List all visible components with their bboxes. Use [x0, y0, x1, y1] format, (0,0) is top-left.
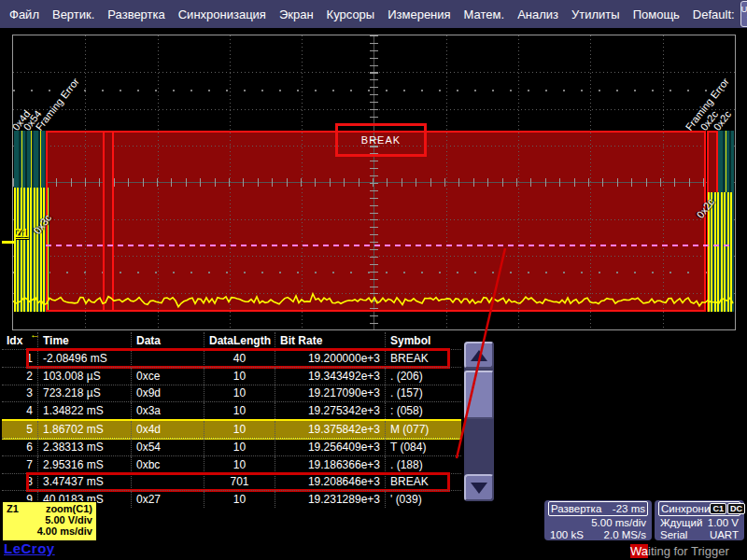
z1-trace-label: Z1	[15, 227, 28, 240]
z1-vdiv-value: 5.00 V/div	[7, 514, 92, 525]
trigger-type: Serial	[660, 529, 687, 540]
cell-symbol: M (077)	[385, 421, 461, 438]
table-row[interactable]: 83.47437 mS70119.208646e+3BREAK	[2, 473, 461, 491]
waveform-display: BREAK 0x4d0x54Framing ErrorFraming Error…	[12, 35, 736, 330]
z1-descriptor-panel[interactable]: Z1 zoom(C1) 5.00 V/div 4.00 ms/div	[2, 501, 97, 541]
cell-symbol: T (084)	[385, 439, 461, 455]
cell-time: 3.47437 mS	[37, 474, 131, 491]
break-annotation-box: BREAK	[335, 123, 427, 157]
cell-len: 10	[204, 456, 275, 473]
default-label: Default:	[693, 7, 735, 21]
column-header-symbol: Symbol	[385, 332, 461, 349]
trigger-title: Синхрони	[661, 503, 710, 514]
column-header-datalength: DataLength	[204, 332, 275, 349]
menu-item-курсоры[interactable]: Курсоры	[327, 7, 375, 21]
table-row[interactable]: 2103.008 µS0xce1019.343492e+3. (206)	[2, 367, 461, 385]
cell-symbol: ' (039)	[385, 491, 461, 508]
status-highlight: Wa	[630, 544, 648, 558]
cell-symbol: . (157)	[385, 385, 461, 402]
menu-item-вертик[interactable]: Вертик.	[52, 7, 94, 21]
table-header-row: IdxTimeDataDataLengthBit RateSymbol	[2, 332, 461, 349]
oscilloscope-screen: ФайлВертик.РазверткаСинхронизацияЭкранКу…	[0, 0, 747, 560]
menu-item-утилиты[interactable]: Утилиты	[571, 7, 620, 21]
cell-data: 0x9d	[131, 385, 204, 402]
cell-idx: 3	[2, 385, 37, 402]
trigger-protocol: UART	[710, 529, 739, 540]
cell-time: 2.38313 mS	[37, 439, 131, 455]
scroll-up-button[interactable]	[464, 342, 494, 369]
menu-item-синхронизация[interactable]: Синхронизация	[178, 7, 266, 21]
cell-data: 0x54	[131, 439, 204, 455]
scroll-down-button[interactable]	[464, 474, 494, 501]
column-header-bit-rate: Bit Rate	[275, 332, 385, 349]
cell-time: 1.86702 mS	[37, 421, 131, 438]
cell-time: 723.218 µS	[37, 385, 131, 402]
table-row[interactable]: 1-2.08496 mS4019.200000e+3BREAK	[2, 349, 461, 367]
undo-button[interactable]: Undo ↶	[740, 1, 747, 27]
table-scrollbar[interactable]	[464, 342, 494, 501]
cell-idx: 7	[2, 456, 37, 473]
cell-idx: 6	[2, 439, 37, 455]
cell-data: 0xbc	[131, 456, 204, 473]
z1-channel-label: Z1	[7, 503, 19, 514]
trigger-panel[interactable]: Синхрони C1 DC Ждущий 1.00 V Serial UART	[655, 500, 744, 540]
cell-idx: 5	[2, 421, 37, 438]
cell-len: 10	[204, 439, 275, 455]
cell-rate: 19.256409e+3	[275, 439, 385, 455]
cell-len: 701	[204, 474, 275, 491]
cell-len: 10	[204, 368, 275, 385]
cell-rate: 19.200000e+3	[275, 350, 385, 367]
table-row[interactable]: 3723.218 µS0x9d1019.217090e+3. (157)	[2, 385, 461, 402]
cell-time: 103.008 µS	[37, 368, 131, 385]
table-row[interactable]: 41.34822 mS0x3a1019.275342e+3: (058)	[2, 401, 461, 419]
menu-item-матем[interactable]: Матем.	[464, 7, 505, 21]
column-header-data: Data	[131, 332, 204, 349]
timebase-tdiv: 5.00 ms/div	[591, 517, 646, 528]
uart-decode-table: IdxTimeDataDataLengthBit RateSymbol 1-2.…	[2, 332, 461, 508]
cell-rate: 19.275342e+3	[275, 402, 385, 419]
menu-item-помощь[interactable]: Помощь	[633, 7, 680, 21]
timebase-rate: 2.0 MS/s	[604, 529, 646, 540]
scrollbar-thumb[interactable]	[464, 371, 494, 419]
menu-item-измерения[interactable]: Измерения	[388, 7, 450, 21]
cell-time: 2.95316 mS	[37, 456, 131, 473]
cell-data: 0x3a	[131, 402, 204, 419]
column-header-time: Time	[37, 332, 131, 349]
cell-len: 10	[204, 402, 275, 419]
cell-idx: 4	[2, 402, 37, 419]
cell-rate: 19.208646e+3	[275, 474, 385, 491]
cell-rate: 19.217090e+3	[275, 385, 385, 402]
cell-idx: 8	[2, 474, 37, 491]
trigger-coupling-badge: DC	[727, 503, 745, 514]
cell-time: 1.34822 mS	[37, 402, 131, 419]
cell-len: 10	[204, 385, 275, 402]
menu-item-развертка[interactable]: Развертка	[107, 7, 164, 21]
decode-annotation-label: Framing Error	[34, 76, 81, 133]
cell-len: 10	[204, 491, 275, 508]
cell-data	[131, 474, 204, 491]
cell-symbol: : (058)	[385, 402, 461, 419]
timebase-panel[interactable]: Развертка -23 ms 5.00 ms/div 100 kS 2.0 …	[544, 500, 652, 540]
break-region-outline	[46, 131, 706, 312]
cell-symbol: BREAK	[385, 350, 461, 367]
cell-symbol: . (188)	[385, 456, 461, 473]
zoom-source-dashed-line	[46, 245, 734, 246]
trace-position-marker	[2, 241, 14, 244]
cell-len: 40	[204, 350, 275, 367]
menu-item-анализ[interactable]: Анализ	[517, 7, 558, 21]
table-row[interactable]: 51.86702 mS0x4d1019.375842e+3M (077)	[2, 419, 461, 438]
timebase-title: Развертка	[551, 503, 601, 514]
cell-symbol: . (206)	[385, 368, 461, 385]
timebase-samples: 100 kS	[550, 529, 584, 540]
menu-item-файл[interactable]: Файл	[9, 7, 39, 21]
break-annotation-label: BREAK	[361, 134, 401, 146]
table-row[interactable]: 72.95316 mS0xbc1019.186366e+3. (188)	[2, 455, 461, 473]
cell-symbol: BREAK	[385, 474, 461, 491]
acquisition-status: Waiting for Trigger	[630, 544, 729, 558]
table-row[interactable]: 62.38313 mS0x541019.256409e+3T (084)	[2, 438, 461, 455]
menu-item-экран[interactable]: Экран	[279, 7, 314, 21]
cell-data: 0x4d	[131, 421, 204, 438]
cell-time: -2.08496 mS	[37, 350, 131, 367]
cell-data: 0xce	[131, 368, 204, 385]
cell-rate: 19.186366e+3	[275, 456, 385, 473]
